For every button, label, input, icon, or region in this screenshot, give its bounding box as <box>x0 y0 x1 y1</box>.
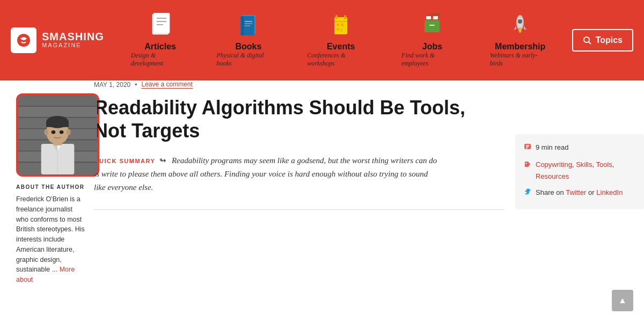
svg-point-63 <box>52 130 56 134</box>
articles-icon <box>148 13 173 39</box>
svg-marker-32 <box>514 26 516 30</box>
tag-resources[interactable]: Resources <box>536 172 569 180</box>
share-twitter[interactable]: Twitter <box>566 188 586 196</box>
clock-icon <box>524 143 531 155</box>
jobs-icon: OPEN <box>419 13 445 39</box>
svg-rect-29 <box>429 25 435 26</box>
article-divider <box>94 209 504 210</box>
search-icon <box>583 36 591 45</box>
events-icon: ! <box>328 13 354 39</box>
share-linkedin[interactable]: LinkedIn <box>596 188 623 196</box>
svg-point-62 <box>67 129 71 135</box>
nav-item-membership[interactable]: Membership Webinars & early-birds <box>479 8 561 73</box>
tag-skills[interactable]: Skills <box>576 160 592 169</box>
svg-rect-20 <box>336 24 339 26</box>
svg-rect-60 <box>46 122 69 127</box>
nav-item-books[interactable]: Books Physical & digital books <box>206 8 291 73</box>
svg-rect-12 <box>241 16 244 35</box>
svg-point-36 <box>519 30 521 33</box>
nav-item-articles[interactable]: Articles Design & development <box>120 8 201 73</box>
svg-rect-22 <box>336 28 339 31</box>
nav-item-jobs[interactable]: OPEN Jobs Find work & employees <box>391 8 474 73</box>
tag-tools[interactable]: Tools <box>596 160 612 169</box>
author-bio: Frederick O'Brien is a freelance journal… <box>16 194 85 285</box>
svg-point-61 <box>44 129 48 135</box>
tags-row: Copywriting, Skills, Tools, Resources <box>524 159 635 182</box>
svg-rect-42 <box>18 107 97 117</box>
article-title: Readability Algorithms Should Be Tools, … <box>94 96 470 142</box>
read-time-row: 9 min read <box>524 142 635 155</box>
svg-point-64 <box>60 130 64 134</box>
svg-rect-18 <box>344 15 346 19</box>
main-nav: Articles Design & development Books Phys… <box>120 8 561 73</box>
author-sidebar: ABOUT THE AUTHOR Frederick O'Brien is a … <box>0 80 94 322</box>
leave-comment-link[interactable]: Leave a comment <box>141 80 192 89</box>
svg-point-34 <box>518 19 522 24</box>
svg-line-38 <box>589 42 591 44</box>
logo-icon <box>11 27 36 53</box>
site-logo[interactable]: SMASHING MAGAZINE <box>11 27 104 53</box>
topics-button[interactable]: Topics <box>572 29 633 52</box>
logo-text: SMASHING MAGAZINE <box>42 31 104 49</box>
svg-marker-70 <box>525 162 530 167</box>
svg-marker-33 <box>524 26 526 30</box>
info-box: 9 min read Copywriting, Skills, Tools, R… <box>515 134 644 209</box>
membership-icon <box>507 13 533 39</box>
twitter-icon <box>524 188 531 200</box>
svg-point-37 <box>584 37 589 42</box>
nav-item-events[interactable]: ! Events Conferences & workshops <box>296 8 385 73</box>
article-sidebar: 9 min read Copywriting, Skills, Tools, R… <box>515 80 644 322</box>
article-meta: MAY 1, 2020 • Leave a comment <box>94 80 504 89</box>
about-label: ABOUT THE AUTHOR <box>16 184 85 190</box>
svg-point-71 <box>525 163 526 164</box>
share-row: Share on Twitter or LinkedIn <box>524 187 635 200</box>
svg-rect-5 <box>153 13 170 33</box>
author-photo <box>16 93 99 177</box>
quick-summary: QUICK SUMMARY ↬ Readability programs may… <box>94 154 437 194</box>
books-icon <box>236 13 261 39</box>
svg-rect-41 <box>18 96 97 106</box>
svg-text:!: ! <box>341 28 342 32</box>
tag-copywriting[interactable]: Copywriting <box>536 160 572 169</box>
article-content: MAY 1, 2020 • Leave a comment Readabilit… <box>94 80 515 322</box>
main-content: ABOUT THE AUTHOR Frederick O'Brien is a … <box>0 80 644 322</box>
svg-rect-21 <box>341 24 343 26</box>
back-to-top-button[interactable] <box>612 290 633 311</box>
tag-icon <box>524 160 531 172</box>
svg-text:OPEN: OPEN <box>429 13 440 17</box>
site-header: SMASHING MAGAZINE Articles De <box>0 0 644 80</box>
svg-rect-17 <box>335 15 338 19</box>
